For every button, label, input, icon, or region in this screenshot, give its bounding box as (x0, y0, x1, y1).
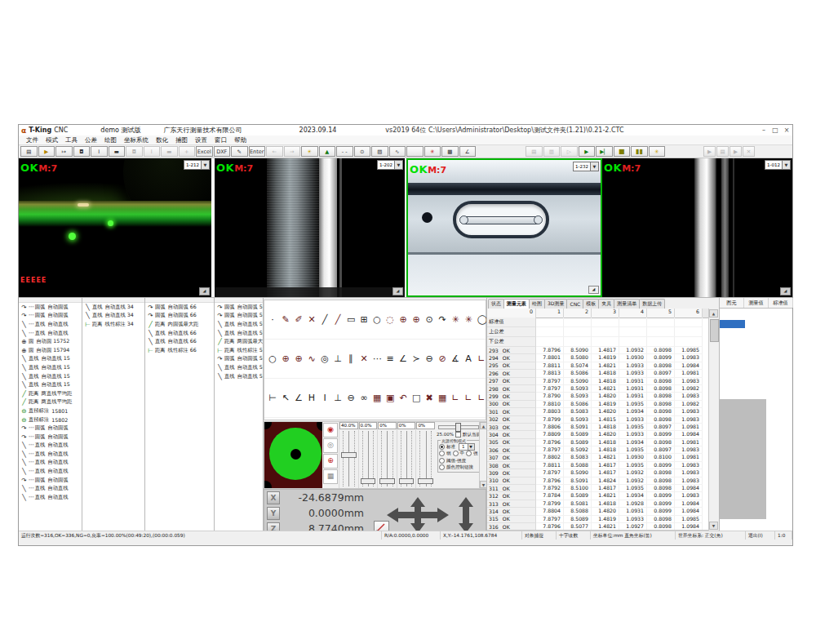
list-item[interactable]: ╲直线自动直线 34 (82, 303, 144, 312)
list-item[interactable]: ╱距离两直线平均距 (19, 398, 82, 407)
list-item[interactable]: ╲直线自动直线 55 (215, 372, 263, 381)
toolbar-curve-button[interactable]: ∿ (389, 146, 406, 157)
measure-tool-icon[interactable]: □ (412, 393, 420, 403)
measure-tool-icon[interactable]: ∿ (308, 353, 316, 364)
measure-tool-icon[interactable]: ⊞ (360, 314, 368, 325)
table-row[interactable]: 308OK7.88118.50881.48171.09350.80991.098… (487, 462, 709, 469)
toolbar-move-button[interactable]: + (179, 146, 196, 157)
toolbar-tools-x-button[interactable]: ✕ (743, 146, 755, 157)
list-item[interactable]: ↷***圆弧自动圆弧 (19, 303, 82, 312)
tab-3D测量[interactable]: 3D测量 (544, 299, 567, 309)
toolbar-edge-tool-2-button[interactable]: Ⅰ (144, 146, 161, 157)
list-item[interactable]: ╱距离两直线平均距 (19, 389, 82, 398)
chevron-down-icon[interactable]: ▼ (201, 161, 209, 169)
ring-light-preview[interactable] (264, 422, 322, 488)
list-item[interactable]: ╲直线自动直线 55 (215, 320, 263, 329)
radio-threshold[interactable] (439, 458, 445, 464)
measure-tool-icon[interactable]: ⊕ (295, 353, 303, 364)
table-row[interactable]: 315OK7.87978.50891.48191.09330.80981.098… (487, 516, 709, 523)
list-item[interactable]: ╲直线自动直线 66 (145, 329, 214, 338)
toolbar-laser-star-button[interactable]: ✳ (424, 146, 441, 157)
list-item[interactable]: ╲***直线自动直线 (19, 320, 82, 329)
tab-测量清单[interactable]: 测量清单 (614, 299, 640, 309)
slider-thumb[interactable] (418, 478, 433, 484)
camera-resize-grip[interactable]: ◢ (588, 286, 599, 294)
radio-medium[interactable] (453, 451, 459, 456)
toolbar-magnifier-button[interactable]: ⊙ (354, 146, 371, 157)
measure-tool-icon[interactable]: ∟ (477, 393, 486, 403)
chevron-down-icon[interactable]: ▼ (782, 161, 790, 169)
table-row[interactable]: 303OK7.88068.50911.48181.09350.80971.098… (487, 424, 709, 431)
measure-tool-icon[interactable]: ∞ (360, 393, 368, 403)
toolbar-back-button[interactable]: ← (266, 146, 283, 157)
tab-状态[interactable]: 状态 (488, 299, 504, 309)
tab-绘图[interactable]: 绘图 (529, 299, 545, 309)
toolbar-folder-button[interactable]: ▷ (561, 146, 578, 157)
measure-tool-icon[interactable]: ✕ (308, 314, 316, 325)
toolbar-open-3-button[interactable]: ▶ (730, 146, 742, 157)
list-item[interactable]: ╲直线自动直线 34 (82, 312, 144, 321)
menu-item[interactable]: 文件 (26, 136, 38, 144)
measure-tool-icon[interactable]: ⊙ (425, 314, 433, 325)
table-row[interactable]: 299OK7.87908.50931.48201.09310.80981.098… (487, 393, 709, 400)
table-row[interactable]: 298OK7.87978.50931.48211.09310.80981.098… (487, 385, 709, 393)
toolbar-qr-code-button[interactable]: ▩ (441, 146, 459, 157)
list-item[interactable]: ↷***圆弧自动圆弧 (19, 424, 82, 433)
slider-track[interactable] (362, 431, 375, 486)
list-item[interactable]: ╲***直线自动直线 (19, 442, 82, 451)
toolbar-minus-minus-button[interactable]: - - (336, 146, 353, 157)
measure-tool-icon[interactable]: ▦ (373, 393, 381, 403)
list-item[interactable]: ╲直线自动直线 66 (145, 337, 214, 346)
measure-tool-icon[interactable]: · (268, 314, 277, 325)
measure-tool-icon[interactable]: ◌ (386, 314, 394, 325)
list-item[interactable]: ╲***直线自动直线 (19, 329, 82, 338)
measure-tool-icon[interactable]: ▭ (347, 314, 355, 325)
toolbar-funnel-button[interactable]: ◘ (73, 146, 91, 157)
tab-模板[interactable]: 模板 (583, 299, 599, 309)
toolbar-play-button[interactable]: ▶ (579, 146, 596, 157)
table-row[interactable]: 301OK7.88038.50831.48201.09340.80981.098… (487, 408, 709, 415)
measure-tool-icon[interactable]: ↷ (438, 314, 446, 325)
chevron-down-icon[interactable]: ▼ (394, 161, 402, 169)
measure-tool-icon[interactable]: ⊕ (412, 314, 420, 325)
toolbar-save-2-button[interactable]: ▤ (526, 146, 543, 157)
table-row[interactable]: 314OK7.88048.50881.48201.09310.80991.098… (487, 508, 709, 515)
measure-tool-icon[interactable]: ∟ (477, 353, 486, 364)
table-row[interactable]: 313OK7.87998.50811.48181.09280.80991.098… (487, 500, 709, 508)
measure-tool-icon[interactable]: ◎ (321, 353, 329, 364)
measure-tool-icon[interactable]: ↶ (399, 393, 407, 403)
light-slider[interactable]: 0.0% (358, 422, 378, 488)
toolbar-pages-button[interactable]: ▥ (543, 146, 561, 157)
list-item[interactable]: ⊢距离线性标注 66 (145, 346, 214, 355)
table-row[interactable]: 307OK7.88028.50831.48211.09300.81001.098… (487, 454, 709, 461)
toolbar-funnel-2-button[interactable]: ◘ (126, 146, 143, 157)
list-item[interactable]: ╲***直线自动直线 (19, 467, 82, 476)
measure-tool-icon[interactable]: ○ (268, 353, 277, 364)
measure-tool-icon[interactable]: ⋯ (373, 353, 381, 364)
radio-standard[interactable] (439, 444, 445, 450)
table-row[interactable]: 312OK7.87848.50891.48211.09340.80991.098… (487, 492, 709, 500)
menu-item[interactable]: 绘图 (104, 136, 117, 144)
measure-tool-icon[interactable]: ⊕ (282, 353, 290, 364)
default-mode-checkbox[interactable] (455, 432, 461, 437)
toolbar-chart-button[interactable]: ∠ (459, 146, 477, 157)
measure-tool-icon[interactable]: ↖ (282, 393, 290, 403)
measure-tool-icon[interactable]: ∠ (295, 393, 303, 403)
table-row[interactable]: 310OK7.87968.50911.48241.09320.80981.098… (487, 477, 709, 485)
measure-tool-icon[interactable]: Η (308, 393, 316, 403)
tab-测量元素[interactable]: 测量元素 (503, 299, 530, 309)
tab-CNC[interactable]: CNC (566, 299, 583, 309)
list-item[interactable]: ╲直线自动直线 15 (19, 380, 82, 389)
toolbar-excel-export-button[interactable]: Excel (196, 146, 213, 157)
toolbar-play-3-button[interactable]: ▶ (703, 146, 716, 157)
toolbar-dxf-export-button[interactable]: DXF (214, 146, 231, 157)
camera-channel-select[interactable]: 1-012▼ (765, 160, 791, 170)
menu-item[interactable]: 模式 (46, 136, 58, 144)
table-row[interactable]: 295OK7.88118.50741.48211.09330.80981.098… (487, 362, 709, 370)
measure-tool-icon[interactable]: ∟ (464, 393, 472, 403)
ring-light-icon[interactable]: ◉ (323, 423, 338, 437)
chevron-down-icon[interactable]: ▼ (590, 162, 598, 171)
scroll-down-icon[interactable]: ▼ (709, 522, 718, 530)
camera-view-1[interactable]: EEEEE OKM:7 1-212▼ ◢ (19, 158, 211, 297)
toolbar-run-task-button[interactable]: ✳ (649, 146, 666, 157)
